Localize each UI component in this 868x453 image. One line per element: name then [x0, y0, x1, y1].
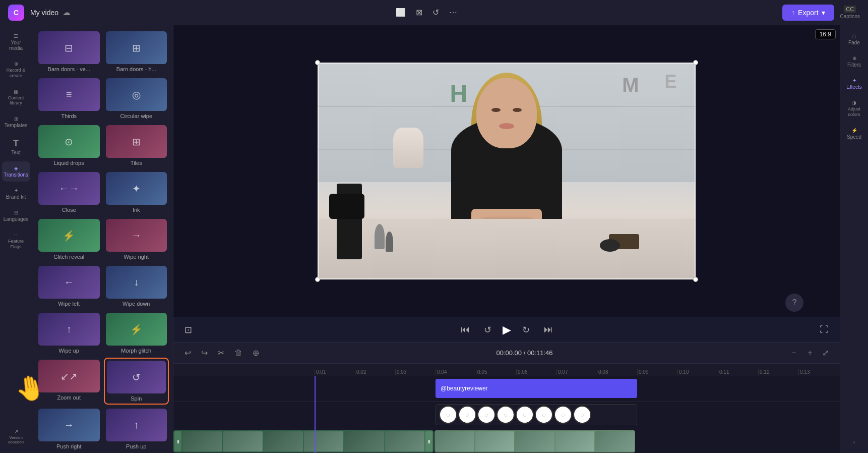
sidebar-item-content-library[interactable]: ▦ Contentlibrary — [2, 85, 30, 110]
more-options-btn[interactable]: ⋯ — [446, 5, 460, 20]
sidebar-item-record-create[interactable]: ⊕ Record &create — [2, 57, 30, 83]
transition-barn-doors-h[interactable]: ⊞ Barn doors - h... — [104, 29, 169, 74]
templates-icon: ⊞ — [14, 116, 18, 122]
forward-btn[interactable]: ↻ — [519, 321, 533, 338]
play-button[interactable]: ▶ — [503, 323, 511, 336]
emoji-clip[interactable]: ○ ○ ○ ○ ○ ○ ○ ○ — [436, 404, 637, 425]
undo-timeline-btn[interactable]: ↩ — [181, 346, 194, 360]
fit-timeline-btn[interactable]: ⤢ — [819, 346, 832, 360]
video-clip-1[interactable]: ⏸ ⏸ — [173, 430, 433, 452]
right-item-effects[interactable]: ✦ Effects — [842, 74, 866, 94]
rewind-btn[interactable]: ↺ — [481, 321, 494, 338]
video-frame: H M E — [318, 63, 696, 279]
crop-tool-btn[interactable]: ⬜ — [393, 5, 409, 20]
app-logo: C — [8, 5, 24, 21]
redo-timeline-btn[interactable]: ↪ — [198, 346, 211, 360]
text-clip[interactable]: @beautyreviewer — [436, 379, 637, 398]
video-clip-2[interactable] — [435, 430, 635, 452]
playhead[interactable] — [315, 376, 316, 453]
filters-label: Filters — [847, 62, 861, 68]
selection-handle-tr[interactable] — [693, 60, 698, 65]
undo-btn[interactable]: ↺ — [429, 5, 442, 20]
transitions-icon: ◈ — [14, 165, 18, 171]
sidebar-item-version[interactable]: ↗ Versione8bed60 — [2, 425, 30, 449]
transition-wipe-right[interactable]: → Wipe right — [104, 217, 169, 262]
transform-btn[interactable]: ⊠ — [413, 5, 425, 20]
sidebar-item-feature-flags[interactable]: ⋯ FeatureFlags — [2, 228, 30, 254]
timeline-ruler: 0:01 0:02 0:03 0:04 0:05 0:06 0:07 0:08 … — [173, 364, 840, 376]
emoji-5: ○ — [516, 406, 534, 424]
version-icon: ↗ — [14, 429, 18, 434]
transition-wipe-down[interactable]: ↓ Wipe down — [104, 264, 169, 309]
selection-handle-bl[interactable] — [315, 277, 320, 282]
transition-wipe-left[interactable]: ← Wipe left — [36, 264, 102, 309]
selection-handle-tl[interactable] — [315, 60, 320, 65]
right-item-filters[interactable]: ⊕ Filters — [842, 51, 866, 72]
export-button[interactable]: ↑ Export ▾ — [782, 5, 834, 21]
record-create-icon: ⊕ — [14, 61, 18, 67]
transition-zoom-out[interactable]: ↙↗ Zoom out — [36, 358, 102, 405]
transition-thumb-close: ←→ — [38, 172, 100, 205]
sidebar-item-text[interactable]: T Text — [2, 134, 30, 159]
right-item-speed[interactable]: ⚡ Speed — [842, 124, 866, 144]
export-icon: ↑ — [791, 9, 795, 17]
adjust-colors-label: Adjustcolors — [848, 106, 860, 118]
transition-name-spin: Spin — [131, 395, 142, 402]
emoji-1: ○ — [439, 406, 457, 424]
delete-btn[interactable]: 🗑 — [231, 347, 245, 360]
transition-thumb-circular-wipe: ◎ — [106, 78, 167, 111]
right-item-fade[interactable]: ◌ Fade — [842, 29, 866, 49]
ruler-mark-9: 0:10 — [677, 369, 718, 375]
video-preview: H M E — [173, 25, 840, 317]
selection-handle-br[interactable] — [693, 277, 698, 282]
crop-btn[interactable]: ⊡ — [181, 321, 195, 338]
transition-morph-glitch[interactable]: ⚡ Morph glitch — [104, 311, 169, 356]
transition-barn-doors-v[interactable]: ⊟ Barn doors - ve... — [36, 29, 102, 74]
transition-name-ink: Ink — [133, 207, 140, 213]
track-row-text: @beautyreviewer — [173, 376, 840, 402]
templates-label: Templates — [5, 123, 28, 128]
transition-name-wipe-down: Wipe down — [122, 301, 150, 307]
transition-push-right[interactable]: → Push right — [36, 407, 102, 451]
transition-close[interactable]: ←→ Close — [36, 170, 102, 215]
top-bar: C My video ☁ ⬜ ⊠ ↺ ⋯ ↑ Export ▾ CC Capti… — [0, 0, 868, 25]
transition-spin[interactable]: ↺ Spin — [104, 358, 169, 405]
transition-glitch-reveal[interactable]: ⚡ Glitch reveal — [36, 217, 102, 262]
transition-thirds[interactable]: ≡ Thirds — [36, 76, 102, 121]
captions-button[interactable]: CC Captions — [840, 6, 860, 19]
skip-forward-btn[interactable]: ⏭ — [541, 321, 556, 338]
transition-liquid-drops[interactable]: ⊙ Liquid drops — [36, 123, 102, 168]
timeline-tracks: 0:01 0:02 0:03 0:04 0:05 0:06 0:07 0:08 … — [173, 364, 840, 453]
emoji-8: ○ — [573, 406, 591, 424]
cut-btn[interactable]: ✂ — [215, 346, 227, 360]
zoom-out-timeline-btn[interactable]: － — [787, 346, 801, 360]
transition-push-up-a[interactable]: ↑ Push up — [104, 407, 169, 451]
track-row-emoji: ○ ○ ○ ○ ○ ○ ○ ○ — [173, 402, 840, 428]
your-media-label: Your media — [4, 40, 28, 51]
skip-back-btn[interactable]: ⏮ — [458, 321, 473, 338]
version-label: Versione8bed60 — [8, 435, 24, 445]
fullscreen-btn[interactable]: ⛶ — [817, 321, 832, 338]
right-panel-collapse-btn[interactable]: ‹ — [842, 435, 866, 449]
zoom-in-timeline-btn[interactable]: ＋ — [803, 346, 817, 360]
sidebar-item-languages[interactable]: ⊟ Languages — [2, 206, 30, 226]
video-controls-inner: ⊡ ⏮ ↺ ▶ ↻ ⏭ ⛶ — [173, 321, 840, 338]
your-media-icon: ☰ — [14, 33, 18, 39]
sidebar-item-brand-kit[interactable]: ✦ Brand kit — [2, 184, 30, 204]
add-to-timeline-btn[interactable]: ⊕ — [250, 346, 262, 360]
sidebar-item-transitions[interactable]: ◈ Transitions — [2, 161, 30, 182]
transition-circular-wipe[interactable]: ◎ Circular wipe — [104, 76, 169, 121]
transition-ink[interactable]: ✦ Ink — [104, 170, 169, 215]
transition-name-liquid-drops: Liquid drops — [54, 160, 84, 166]
emoji-2: ○ — [458, 406, 476, 424]
video-title-text: My video — [30, 9, 58, 17]
transition-tiles[interactable]: ⊞ Tiles — [104, 123, 169, 168]
cloud-icon: ☁ — [63, 8, 71, 17]
sidebar-item-your-media[interactable]: ☰ Your media — [2, 29, 30, 55]
right-item-adjust-colors[interactable]: ◑ Adjustcolors — [842, 96, 866, 122]
transition-thumb-push-right: → — [38, 409, 100, 441]
transition-thumb-wipe-left: ← — [38, 266, 100, 299]
sidebar-item-templates[interactable]: ⊞ Templates — [2, 112, 30, 132]
transition-wipe-up[interactable]: ↑ Wipe up — [36, 311, 102, 356]
help-button[interactable]: ? — [785, 294, 803, 312]
